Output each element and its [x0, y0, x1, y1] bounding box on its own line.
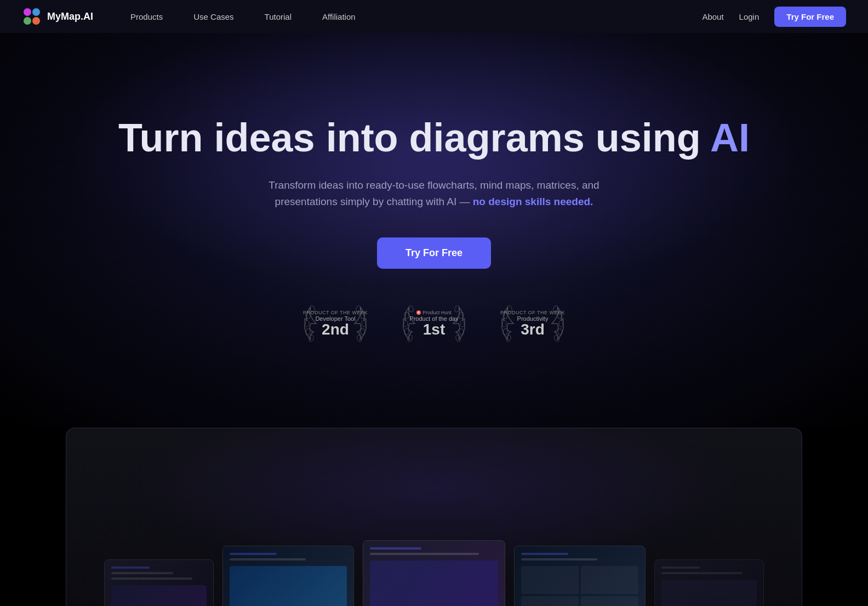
preview-container [66, 428, 802, 606]
logo-icon [22, 7, 42, 26]
navbar: MyMap.AI Products Use Cases Tutorial Aff… [0, 0, 868, 33]
badge-rank-1: 2nd [322, 322, 349, 337]
preview-section [0, 428, 868, 606]
badge-inner-1: Product of The Week Developer Tool 2nd [303, 310, 368, 337]
nav-right: About Login Try For Free [702, 7, 846, 27]
slide-card-1 [104, 559, 214, 606]
badge-wreath-3: Product of The Week Productivity 3rd [500, 302, 566, 346]
badge-inner-2: P Product Hunt Product of the day 1st [409, 310, 458, 337]
hero-subtitle-highlight: no design skills needed. [473, 196, 593, 207]
badge-top-label-1: Product of The Week [303, 310, 368, 315]
slide-card-5 [654, 559, 764, 606]
hero-subtitle: Transform ideas into ready-to-use flowch… [237, 177, 631, 211]
logo-link[interactable]: MyMap.AI [22, 7, 93, 26]
nav-login[interactable]: Login [739, 12, 760, 21]
slide-card-3 [363, 540, 505, 606]
badge-wreath-2: P Product Hunt Product of the day 1st [401, 302, 467, 346]
nav-affiliation[interactable]: Affiliation [307, 0, 371, 33]
hero-title: Turn ideas into diagrams using AI [118, 115, 750, 161]
badge-developer-tool: Product of The Week Developer Tool 2nd [302, 302, 368, 346]
product-hunt-icon: P Product Hunt [416, 310, 452, 315]
hero-title-start: Turn ideas into diagrams using [118, 116, 710, 160]
slide-card-4 [514, 546, 646, 606]
nav-about[interactable]: About [702, 12, 723, 21]
preview-slides [104, 540, 764, 606]
slide-card-2 [222, 546, 354, 606]
hero-title-ai: AI [710, 116, 750, 160]
svg-point-0 [24, 8, 31, 16]
hero-section: Turn ideas into diagrams using AI Transf… [0, 33, 868, 428]
nav-use-cases[interactable]: Use Cases [178, 0, 249, 33]
badge-inner-3: Product of The Week Productivity 3rd [500, 310, 565, 337]
badge-rank-2: 1st [423, 322, 445, 337]
svg-point-1 [32, 8, 40, 16]
nav-tutorial[interactable]: Tutorial [249, 0, 307, 33]
svg-point-3 [32, 17, 40, 25]
hero-try-for-free-button[interactable]: Try For Free [377, 237, 491, 269]
brand-name: MyMap.AI [47, 11, 93, 22]
badge-productivity: Product of The Week Productivity 3rd [500, 302, 566, 346]
badge-wreath-1: Product of The Week Developer Tool 2nd [302, 302, 368, 346]
badges-row: Product of The Week Developer Tool 2nd [302, 302, 566, 346]
nav-products[interactable]: Products [115, 0, 178, 33]
badge-rank-3: 3rd [521, 322, 545, 337]
badge-top-label-3: Product of The Week [500, 310, 565, 315]
nav-links: Products Use Cases Tutorial Affiliation [115, 0, 702, 33]
badge-product-hunt: P Product Hunt Product of the day 1st [401, 302, 467, 346]
svg-text:P: P [418, 312, 420, 314]
svg-point-2 [24, 17, 31, 25]
nav-try-for-free-button[interactable]: Try For Free [774, 7, 846, 27]
